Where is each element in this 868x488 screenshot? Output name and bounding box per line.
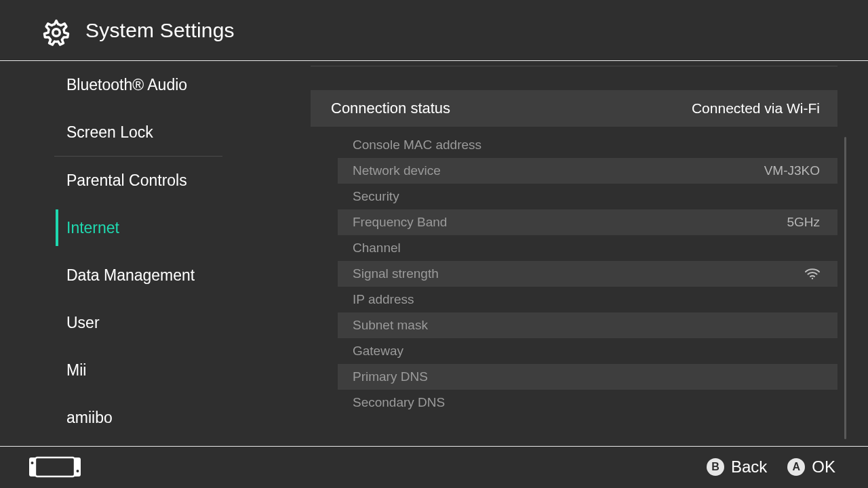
detail-row-secondary-dns: Secondary DNS (338, 390, 837, 415)
connection-status-label: Connection status (331, 100, 450, 117)
hint-back[interactable]: BBack (707, 458, 767, 476)
detail-row-frequency-band: Frequency Band5GHz (338, 209, 837, 235)
detail-row-console-mac-address: Console MAC address (338, 132, 837, 158)
sidebar-item-label: Screen Lock (66, 123, 153, 142)
svg-point-4 (77, 470, 79, 472)
detail-row-security: Security (338, 184, 837, 209)
controller-icon (28, 455, 81, 479)
sidebar-item-user[interactable]: User (0, 299, 277, 346)
detail-label: Gateway (353, 344, 403, 359)
detail-label: Channel (353, 241, 401, 256)
button-glyph-a: A (787, 458, 805, 476)
detail-row-subnet-mask: Subnet mask (338, 312, 837, 338)
detail-label: Secondary DNS (353, 395, 445, 410)
detail-label: Console MAC address (353, 138, 481, 152)
wifi-icon (805, 265, 820, 283)
detail-label: Subnet mask (353, 318, 428, 333)
detail-row-channel: Channel (338, 235, 837, 261)
svg-point-1 (812, 278, 813, 279)
sidebar-item-label: Bluetooth® Audio (66, 76, 187, 94)
sidebar-item-data-management[interactable]: Data Management (0, 251, 277, 299)
sidebar-item-screen-lock[interactable]: Screen Lock (0, 108, 277, 156)
hint-label: OK (812, 458, 835, 476)
detail-label: IP address (353, 292, 414, 307)
detail-row-ip-address: IP address (338, 287, 837, 312)
sidebar-item-internet[interactable]: Internet (0, 204, 277, 251)
section-divider (311, 66, 837, 66)
detail-label: Frequency Band (353, 215, 447, 230)
sidebar-item-label: Mii (66, 361, 86, 380)
sidebar: Bluetooth® AudioScreen LockParental Cont… (0, 61, 277, 446)
gear-icon (42, 18, 71, 47)
page-title: System Settings (85, 19, 235, 42)
sidebar-item-amiibo[interactable]: amiibo (0, 394, 277, 441)
detail-value: VM-J3KO (764, 163, 820, 178)
connection-status-row[interactable]: Connection status Connected via Wi-Fi (311, 90, 837, 127)
connection-details: Console MAC addressNetwork deviceVM-J3KO… (338, 132, 837, 415)
sidebar-item-label: Internet (66, 219, 119, 237)
detail-label: Signal strength (353, 266, 439, 281)
sidebar-item-mii[interactable]: Mii (0, 346, 277, 394)
detail-row-network-device: Network deviceVM-J3KO (338, 158, 837, 184)
sidebar-item-parental-controls[interactable]: Parental Controls (0, 157, 277, 204)
button-hints: BBackAOK (707, 458, 835, 476)
header: System Settings (0, 0, 868, 61)
button-glyph-b: B (707, 458, 724, 476)
main-panel: Connection status Connected via Wi-Fi Co… (277, 61, 868, 446)
scrollbar[interactable] (844, 137, 846, 439)
detail-value: 5GHz (787, 215, 820, 230)
connection-status-value: Connected via Wi-Fi (692, 100, 820, 117)
svg-point-3 (31, 462, 34, 464)
svg-rect-2 (35, 458, 75, 476)
detail-row-primary-dns: Primary DNS (338, 364, 837, 390)
sidebar-item-label: Parental Controls (66, 171, 187, 190)
hint-label: Back (731, 458, 767, 476)
sidebar-item-bluetooth-audio[interactable]: Bluetooth® Audio (0, 61, 277, 108)
detail-label: Network device (353, 163, 441, 178)
hint-ok[interactable]: AOK (787, 458, 835, 476)
footer: BBackAOK (0, 446, 868, 488)
detail-label: Security (353, 189, 399, 204)
detail-row-signal-strength: Signal strength (338, 261, 837, 287)
detail-row-gateway: Gateway (338, 338, 837, 364)
sidebar-item-label: amiibo (66, 409, 113, 427)
sidebar-item-label: Data Management (66, 266, 195, 285)
detail-label: Primary DNS (353, 369, 428, 384)
svg-point-0 (53, 29, 60, 37)
sidebar-item-label: User (66, 314, 100, 332)
